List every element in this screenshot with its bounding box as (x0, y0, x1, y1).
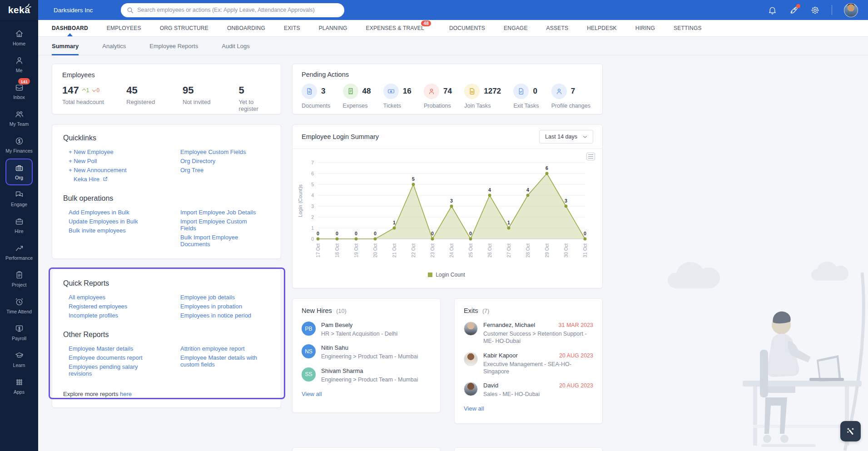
list-item[interactable]: David20 AUG 2023 Sales - ME- HO-Dubai (464, 382, 593, 398)
sidebar-item-project[interactable]: Project (2, 266, 36, 292)
link-keka-hire[interactable]: Keka Hire (74, 176, 170, 183)
sidebar-item-home[interactable]: Home (2, 25, 36, 51)
sidebar-item-me[interactable]: Me (2, 51, 36, 78)
link-incomplete-profiles[interactable]: Incomplete profiles (69, 312, 170, 319)
tab-engage[interactable]: ENGAGE (504, 20, 528, 36)
company-name[interactable]: Darksiders Inc (54, 7, 93, 14)
tab-expenses-travel[interactable]: EXPENSES & TRAVEL48 (366, 20, 424, 36)
link-new-announcement[interactable]: + New Announcement (69, 167, 170, 173)
link-employee-master-details[interactable]: Employee Master details (69, 345, 144, 352)
link-new-employee[interactable]: + New Employee (69, 149, 170, 155)
link-all-employees[interactable]: All employees (69, 294, 170, 301)
list-item[interactable]: SS Shivam SharmaEngineering > Product Te… (302, 367, 431, 383)
list-item[interactable]: Kabir Kapoor20 AUG 2023 Executive Manage… (464, 352, 593, 376)
link-new-poll[interactable]: + New Poll (69, 158, 170, 164)
sidebar-item-apps[interactable]: Apps (2, 373, 36, 400)
tab-helpdesk[interactable]: HELPDESK (587, 20, 617, 36)
team-icon (15, 109, 24, 119)
new-hires-count: (10) (336, 308, 346, 314)
sidebar-item-org[interactable]: Org (5, 159, 33, 185)
link-employees-in-notice[interactable]: Employees in notice period (180, 312, 270, 319)
settings-gear-icon[interactable] (810, 5, 820, 15)
user-avatar[interactable] (844, 3, 858, 17)
list-item[interactable]: Fernandez, Michael31 MAR 2023 Customer S… (464, 322, 593, 345)
sidebar-item-my-team[interactable]: My Team (2, 105, 36, 132)
pending-probations[interactable]: 74 Probations (424, 84, 452, 109)
sidebar-item-hire[interactable]: Hire (2, 212, 36, 239)
link-attrition-report[interactable]: Attrition employee report (180, 345, 260, 352)
link-import-custom-fields[interactable]: Import Employee Custom Fields (180, 218, 262, 232)
link-employee-job-details[interactable]: Employee job details (180, 294, 270, 301)
link-import-job-details[interactable]: Import Employee Job Details (180, 209, 262, 216)
new-hires-title: New Hires (302, 307, 332, 314)
link-master-details-custom-fields[interactable]: Employee Master details with custom fiel… (180, 354, 260, 368)
sidebar-item-inbox[interactable]: 141 Inbox (2, 78, 36, 105)
tab-dashboard[interactable]: DASHBOARD (52, 20, 88, 36)
link-update-employees-bulk[interactable]: Update Employees in Bulk (69, 218, 170, 225)
list-item[interactable]: PB Pam BeselyHR > Talent Acquisition - D… (302, 322, 431, 337)
link-here[interactable]: here (120, 391, 132, 397)
sidebar-item-my-finances[interactable]: My Finances (2, 132, 36, 159)
tab-hiring[interactable]: HIRING (635, 20, 655, 36)
exits-view-all[interactable]: View all (464, 405, 484, 412)
svg-text:25 Oct: 25 Oct (468, 243, 473, 258)
notifications-bell-icon[interactable] (768, 5, 777, 15)
tab-onboarding[interactable]: ONBOARDING (227, 20, 265, 36)
user-icon (15, 56, 24, 65)
link-employee-documents-report[interactable]: Employee documents report (69, 354, 144, 361)
sidebar-item-engage[interactable]: Engage (2, 185, 36, 212)
subtab-summary[interactable]: Summary (52, 37, 79, 55)
list-item[interactable]: NS Nitin SahuEngineering > Product Team … (302, 344, 431, 360)
hire-icon (15, 217, 24, 226)
subtab-audit-logs[interactable]: Audit Logs (222, 37, 249, 55)
svg-text:5: 5 (412, 176, 415, 182)
search-input[interactable] (137, 7, 338, 13)
quicklinks-card: Quicklinks + New Employee + New Poll + N… (52, 124, 281, 259)
subtab-employee-reports[interactable]: Employee Reports (149, 37, 198, 55)
svg-text:28 Oct: 28 Oct (525, 243, 531, 258)
logo-spark-icon (25, 3, 32, 9)
link-bulk-import-documents[interactable]: Bulk Import Employee Documents (180, 234, 262, 248)
pending-documents[interactable]: 3 Documents (302, 84, 330, 109)
sidebar-item-performance[interactable]: Performance (2, 239, 36, 266)
payroll-icon (15, 324, 24, 333)
new-hires-view-all[interactable]: View all (302, 391, 322, 397)
legend-swatch (428, 273, 432, 277)
link-employees-in-probation[interactable]: Employees in probation (180, 303, 270, 310)
tab-assets[interactable]: ASSETS (546, 20, 569, 36)
tab-exits[interactable]: EXITS (284, 20, 300, 36)
pending-expenses[interactable]: 48 Expenses (343, 84, 371, 109)
sidebar-item-time-attend[interactable]: Time Attend (2, 292, 36, 319)
link-org-directory[interactable]: Org Directory (180, 158, 270, 164)
svg-text:21 Oct: 21 Oct (392, 243, 397, 258)
svg-text:0: 0 (336, 231, 338, 236)
tab-planning[interactable]: PLANNING (319, 20, 347, 36)
link-employee-custom-fields[interactable]: Employee Custom Fields (180, 149, 270, 155)
pending-profile-changes[interactable]: 7 Profile changes (551, 84, 590, 109)
tab-documents[interactable]: DOCUMENTS (449, 20, 485, 36)
exit-date: 20 AUG 2023 (559, 352, 593, 359)
svg-text:18 Oct: 18 Oct (334, 243, 340, 258)
sidebar-item-learn[interactable]: Learn (2, 346, 36, 373)
link-bulk-invite[interactable]: Bulk invite employees (69, 227, 170, 234)
keka-logo[interactable]: keka (0, 0, 38, 20)
tab-org-structure[interactable]: ORG STRUCTURE (160, 20, 208, 36)
date-range-dropdown[interactable]: Last 14 days (539, 130, 593, 144)
tab-settings[interactable]: SETTINGS (674, 20, 702, 36)
magic-wand-button[interactable] (840, 421, 861, 441)
decrease-icon (92, 88, 96, 91)
chart-context-menu-icon[interactable] (586, 153, 595, 160)
svg-text:0: 0 (311, 236, 314, 242)
link-registered-employees[interactable]: Registered employees (69, 303, 170, 310)
link-org-tree[interactable]: Org Tree (180, 167, 270, 173)
tab-employees[interactable]: EMPLOYEES (107, 20, 141, 36)
pending-exit-tasks[interactable]: 0 Exit Tasks (513, 84, 539, 109)
global-search[interactable] (121, 3, 344, 17)
pending-join-tasks[interactable]: 1272 Join Tasks (464, 84, 501, 109)
whats-new-rocket-icon[interactable] (789, 5, 799, 15)
subtab-analytics[interactable]: Analytics (102, 37, 126, 55)
link-add-employees-bulk[interactable]: Add Employees in Bulk (69, 209, 170, 216)
link-pending-salary-revisions[interactable]: Employees pending salary revisions (69, 363, 144, 377)
sidebar-item-payroll[interactable]: Payroll (2, 319, 36, 346)
pending-tickets[interactable]: 16 Tickets (383, 84, 412, 109)
